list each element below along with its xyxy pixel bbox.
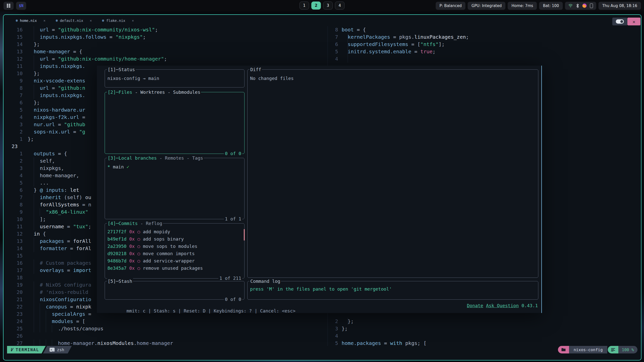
editor-pane-right-top[interactable]: 8boot = {7 kernelPackages = pkgs.linuxPa… [330, 26, 637, 63]
tab-home.nix[interactable]: ❄home.nix× [16, 18, 46, 23]
commits-count: 1 of 211 [218, 275, 242, 281]
tab-close-icon[interactable]: × [43, 19, 45, 23]
toggle-icon [616, 19, 624, 24]
line-number: 7 [330, 33, 342, 41]
bluetooth-icon[interactable] [576, 4, 579, 8]
tab-close-icon[interactable]: × [132, 19, 134, 23]
lines-icon [611, 348, 615, 351]
lazygit-status-panel[interactable]: [1]─Status nixos-config → main [105, 69, 245, 87]
scrollbar-thumb[interactable] [244, 229, 245, 241]
donate-link[interactable]: Donate [467, 303, 483, 308]
line-number: 19 [8, 281, 28, 289]
ask-question-link[interactable]: Ask Question [486, 303, 519, 308]
terminal-prompt-icon: >_ [50, 348, 55, 352]
tab-close-icon[interactable]: × [90, 19, 92, 23]
close-icon: ✕ [632, 19, 635, 24]
line-number: 9 [8, 208, 28, 216]
code-line: 15 inputs.nixpkgs.follows = "nixpkgs"; [8, 33, 327, 41]
workspace-button-2[interactable]: 2 [311, 2, 321, 10]
clock-module: Thu Aug 08, 18:16 [598, 2, 641, 10]
commit-row[interactable]: 2a23950 0x ○ move sops to modules [107, 243, 242, 250]
lazygit-files-panel[interactable]: [2]─Files - Worktrees - Submodules 0 of … [105, 92, 245, 154]
code-line: 16 url = "github:nix-community/nixos-wsl… [8, 26, 327, 33]
tab-label: home.nix [20, 19, 37, 23]
line-number: 13 [8, 238, 28, 245]
branches-count: 1 of 1 [224, 216, 242, 222]
gpu-module: GPU: Integrated [468, 2, 505, 10]
line-number: 3 [330, 325, 342, 332]
line-number: 5 [8, 179, 28, 187]
toggle-button[interactable] [612, 18, 627, 25]
line-number: 11 [8, 223, 28, 230]
statusline: V TERMINAL >_ zsh nixos-config [7, 346, 637, 353]
line-number: 11 [8, 63, 28, 70]
line-number: 12 [8, 55, 28, 63]
shell-segment: >_ zsh [43, 346, 72, 353]
line-number: 5 [8, 106, 28, 114]
line-number: 2 [8, 157, 28, 165]
vim-icon: V [10, 347, 14, 352]
nix-snowflake-icon: ❄ [56, 18, 58, 23]
line-number: 4 [330, 55, 342, 63]
battery-module: Bat: 100 [539, 2, 563, 10]
line-number: 6 [330, 41, 342, 48]
line-number: 13 [8, 48, 28, 55]
code-line: 14 }; [8, 41, 327, 48]
phone-icon[interactable] [590, 4, 593, 8]
line-number: 5 [330, 48, 342, 55]
app-launcher-button[interactable] [4, 2, 14, 10]
code-line: 4 [330, 55, 637, 63]
line-number: 1 [8, 135, 28, 143]
line-number: 21 [8, 296, 28, 303]
line-number: 4 [8, 114, 28, 121]
line-number: 16 [8, 26, 28, 33]
nix-shell-button[interactable]: $N [16, 2, 26, 10]
line-number: 14 [8, 41, 28, 48]
code-line: 4 [330, 332, 637, 340]
workspace-button-1[interactable]: 1 [300, 2, 309, 10]
mode-label: TERMINAL [16, 347, 39, 352]
tab-default.nix[interactable]: ❄default.nix× [56, 18, 92, 23]
window-close-button[interactable]: ✕ [627, 18, 640, 25]
line-number: 4 [8, 172, 28, 179]
line-number: 3 [8, 165, 28, 172]
commit-row[interactable]: 9486b7d 0x ○ add service-wrapper [107, 257, 242, 264]
terminal-window: ❄home.nix×❄default.nix×❄flake.nix× ✕ 16 … [3, 14, 641, 360]
lazygit-branches-panel[interactable]: [3]─Local branches - Remotes - Tags * ma… [105, 158, 245, 219]
workspace-switcher: 1234 [300, 2, 345, 10]
line-number: 9 [8, 77, 28, 84]
line-number: 25 [8, 325, 28, 332]
code-line: 13 home-manager = { [8, 48, 327, 55]
line-number: 17 [8, 267, 28, 274]
lazygit-stash-panel[interactable]: [5]─Stash 0 of 0 [105, 281, 245, 300]
workspace-button-3[interactable]: 3 [323, 2, 333, 10]
workspace-button-4[interactable]: 4 [335, 2, 345, 10]
tab-flake.nix[interactable]: ❄flake.nix× [102, 18, 134, 23]
line-number: 23 [8, 143, 28, 150]
lazygit-command-log-panel[interactable]: Command log press 'M' in the files panel… [247, 281, 538, 300]
commit-row[interactable]: b49ef1d 0x ○ add sops binary [107, 235, 242, 243]
lazygit-overlay: [1]─Status nixos-config → main [2]─Files… [97, 66, 542, 313]
commit-row[interactable]: 8e345a7 0x ○ remove unused packages [107, 264, 242, 272]
nix-snowflake-icon: ❄ [102, 18, 104, 23]
line-number: 7 [8, 194, 28, 201]
window-controls: ✕ [612, 18, 640, 25]
branch-check-icon: ✓ [127, 164, 129, 169]
commit-row[interactable]: 2717f2f 0x ○ add mopidy [107, 228, 242, 235]
code-line: 6 supportedFilesystems = ["ntfs"]; [330, 41, 637, 48]
lazygit-diff-panel[interactable]: Diff No changed files [247, 69, 538, 278]
app-indicator-icon[interactable] [582, 4, 587, 8]
line-number: 18 [8, 274, 28, 281]
editor-tab-bar: ❄home.nix×❄default.nix×❄flake.nix× [4, 15, 641, 26]
line-number: 3 [8, 121, 28, 128]
line-number: 10 [8, 216, 28, 223]
power-profile-module: P: Balanced [436, 2, 465, 10]
ping-module: Home: 7ms [508, 2, 537, 10]
line-number: 12 [8, 230, 28, 238]
code-line: 25 ./hosts/canopus [8, 325, 327, 332]
line-number: 14 [8, 245, 28, 252]
network-icon[interactable] [568, 4, 573, 8]
commit-row[interactable]: d920218 0x ○ move common imports [107, 250, 242, 257]
folder-icon [561, 348, 566, 351]
lazygit-commits-panel[interactable]: [4]─Commits - Reflog 2717f2f 0x ○ add mo… [105, 223, 245, 279]
